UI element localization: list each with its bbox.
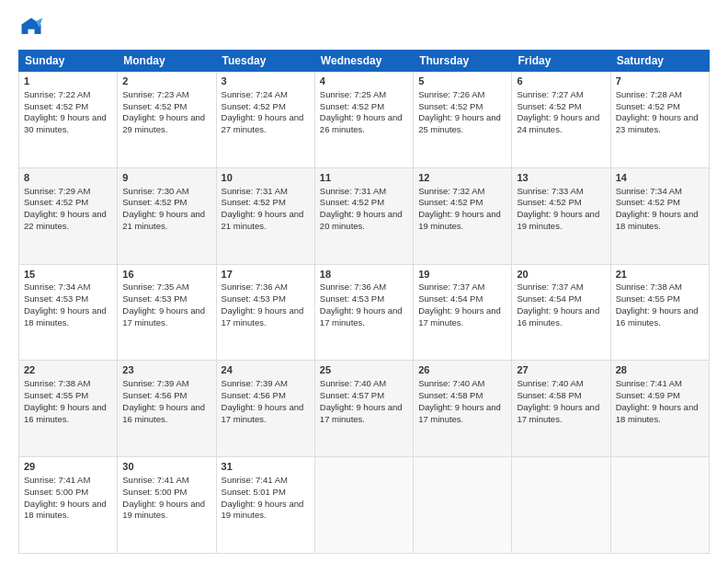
sunset-label: Sunset: 4:52 PM (320, 197, 384, 207)
sunrise-label: Sunrise: 7:41 AM (122, 475, 188, 485)
daylight-label: Daylight: 9 hours and 18 minutes. (24, 499, 107, 521)
daylight-label: Daylight: 9 hours and 24 minutes. (517, 112, 599, 134)
week-row-1: 1Sunrise: 7:22 AMSunset: 4:52 PMDaylight… (19, 72, 710, 168)
day-cell: 26Sunrise: 7:40 AMSunset: 4:58 PMDayligh… (414, 361, 512, 457)
day-cell: 13Sunrise: 7:33 AMSunset: 4:52 PMDayligh… (512, 167, 610, 264)
sunset-label: Sunset: 4:52 PM (222, 197, 286, 207)
day-number: 30 (122, 460, 210, 474)
daylight-label: Daylight: 9 hours and 21 minutes. (222, 209, 304, 231)
day-cell: 2Sunrise: 7:23 AMSunset: 4:52 PMDaylight… (118, 72, 216, 168)
sunset-label: Sunset: 5:01 PM (222, 487, 286, 497)
day-cell: 27Sunrise: 7:40 AMSunset: 4:58 PMDayligh… (512, 361, 610, 457)
sunset-label: Sunset: 4:55 PM (616, 293, 680, 304)
day-cell: 29Sunrise: 7:41 AMSunset: 5:00 PMDayligh… (19, 457, 118, 554)
sunrise-label: Sunrise: 7:39 AM (122, 378, 188, 388)
day-number: 6 (517, 75, 605, 88)
day-number: 24 (222, 363, 310, 377)
daylight-label: Daylight: 9 hours and 19 minutes. (222, 499, 304, 521)
sunrise-label: Sunrise: 7:25 AM (320, 89, 386, 99)
day-number: 25 (320, 363, 408, 377)
sunset-label: Sunset: 4:54 PM (418, 293, 483, 304)
day-cell: 6Sunrise: 7:27 AMSunset: 4:52 PMDaylight… (512, 72, 610, 168)
week-row-3: 15Sunrise: 7:34 AMSunset: 4:53 PMDayligh… (19, 264, 710, 361)
daylight-label: Daylight: 9 hours and 23 minutes. (616, 112, 699, 134)
day-cell (414, 457, 512, 554)
day-cell: 8Sunrise: 7:29 AMSunset: 4:52 PMDaylight… (19, 167, 118, 264)
day-cell: 16Sunrise: 7:35 AMSunset: 4:53 PMDayligh… (118, 264, 216, 361)
day-number: 9 (122, 171, 210, 185)
day-number: 16 (122, 268, 210, 282)
col-header-sunday: Sunday (19, 51, 118, 72)
calendar-table: SundayMondayTuesdayWednesdayThursdayFrid… (18, 50, 710, 554)
sunset-label: Sunset: 4:56 PM (222, 390, 286, 400)
day-cell: 23Sunrise: 7:39 AMSunset: 4:56 PMDayligh… (118, 361, 216, 457)
logo-icon (18, 15, 44, 40)
sunset-label: Sunset: 5:00 PM (122, 487, 187, 497)
day-number: 5 (418, 75, 506, 88)
day-number: 27 (517, 363, 605, 377)
sunrise-label: Sunrise: 7:32 AM (418, 186, 484, 196)
sunrise-label: Sunrise: 7:27 AM (517, 89, 583, 99)
daylight-label: Daylight: 9 hours and 18 minutes. (616, 209, 699, 231)
day-cell: 28Sunrise: 7:41 AMSunset: 4:59 PMDayligh… (610, 361, 709, 457)
daylight-label: Daylight: 9 hours and 21 minutes. (122, 209, 205, 231)
day-number: 21 (616, 268, 704, 282)
col-header-wednesday: Wednesday (314, 51, 413, 72)
day-number: 4 (320, 75, 408, 88)
sunset-label: Sunset: 4:52 PM (616, 197, 680, 207)
day-cell: 15Sunrise: 7:34 AMSunset: 4:53 PMDayligh… (19, 264, 118, 361)
daylight-label: Daylight: 9 hours and 19 minutes. (418, 209, 501, 231)
sunset-label: Sunset: 4:58 PM (517, 390, 581, 400)
day-cell: 7Sunrise: 7:28 AMSunset: 4:52 PMDaylight… (610, 72, 709, 168)
daylight-label: Daylight: 9 hours and 27 minutes. (222, 112, 304, 134)
day-cell: 22Sunrise: 7:38 AMSunset: 4:55 PMDayligh… (19, 361, 118, 457)
day-number: 10 (222, 171, 310, 185)
day-number: 23 (122, 363, 210, 377)
day-number: 8 (24, 171, 112, 185)
daylight-label: Daylight: 9 hours and 18 minutes. (616, 402, 699, 424)
sunrise-label: Sunrise: 7:38 AM (616, 282, 682, 292)
day-cell: 17Sunrise: 7:36 AMSunset: 4:53 PMDayligh… (216, 264, 314, 361)
day-number: 12 (418, 171, 506, 185)
day-cell (512, 457, 610, 554)
day-cell: 14Sunrise: 7:34 AMSunset: 4:52 PMDayligh… (610, 167, 709, 264)
sunrise-label: Sunrise: 7:26 AM (418, 89, 484, 99)
daylight-label: Daylight: 9 hours and 19 minutes. (122, 499, 205, 521)
sunset-label: Sunset: 4:54 PM (517, 293, 581, 304)
day-cell: 3Sunrise: 7:24 AMSunset: 4:52 PMDaylight… (216, 72, 314, 168)
daylight-label: Daylight: 9 hours and 17 minutes. (418, 402, 501, 424)
sunset-label: Sunset: 4:53 PM (222, 293, 286, 304)
sunset-label: Sunset: 4:56 PM (122, 390, 187, 400)
sunrise-label: Sunrise: 7:24 AM (222, 89, 288, 99)
day-cell: 5Sunrise: 7:26 AMSunset: 4:52 PMDaylight… (414, 72, 512, 168)
day-number: 3 (222, 75, 310, 88)
sunrise-label: Sunrise: 7:40 AM (320, 378, 386, 388)
sunrise-label: Sunrise: 7:41 AM (616, 378, 682, 388)
day-cell: 9Sunrise: 7:30 AMSunset: 4:52 PMDaylight… (118, 167, 216, 264)
daylight-label: Daylight: 9 hours and 26 minutes. (320, 112, 403, 134)
day-cell: 11Sunrise: 7:31 AMSunset: 4:52 PMDayligh… (314, 167, 413, 264)
sunset-label: Sunset: 4:53 PM (24, 293, 88, 304)
day-number: 19 (418, 268, 506, 282)
sunrise-label: Sunrise: 7:28 AM (616, 89, 682, 99)
day-number: 17 (222, 268, 310, 282)
sunset-label: Sunset: 4:57 PM (320, 390, 384, 400)
day-number: 14 (616, 171, 704, 185)
daylight-label: Daylight: 9 hours and 17 minutes. (222, 305, 304, 327)
day-cell: 21Sunrise: 7:38 AMSunset: 4:55 PMDayligh… (610, 264, 709, 361)
daylight-label: Daylight: 9 hours and 17 minutes. (320, 402, 403, 424)
day-cell (314, 457, 413, 554)
day-cell: 1Sunrise: 7:22 AMSunset: 4:52 PMDaylight… (19, 72, 118, 168)
day-number: 1 (24, 75, 112, 88)
sunrise-label: Sunrise: 7:35 AM (122, 282, 188, 292)
sunrise-label: Sunrise: 7:40 AM (418, 378, 484, 388)
sunset-label: Sunset: 4:52 PM (418, 101, 483, 111)
sunrise-label: Sunrise: 7:23 AM (122, 89, 188, 99)
day-number: 29 (24, 460, 112, 474)
sunrise-label: Sunrise: 7:37 AM (418, 282, 484, 292)
day-cell (610, 457, 709, 554)
day-cell: 18Sunrise: 7:36 AMSunset: 4:53 PMDayligh… (314, 264, 413, 361)
sunset-label: Sunset: 4:52 PM (320, 101, 384, 111)
sunset-label: Sunset: 4:52 PM (616, 101, 680, 111)
sunset-label: Sunset: 4:52 PM (517, 197, 581, 207)
